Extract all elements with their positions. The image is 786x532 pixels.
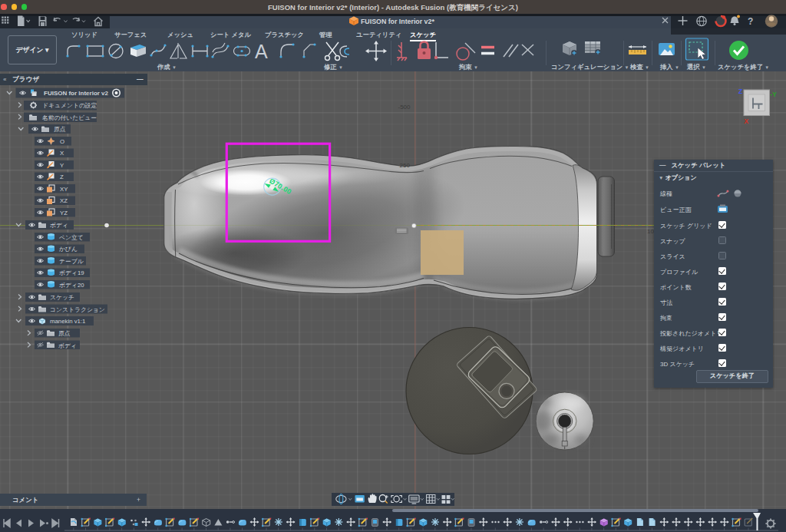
svg-text:?: ? bbox=[748, 16, 753, 27]
svg-text:A: A bbox=[255, 41, 268, 62]
